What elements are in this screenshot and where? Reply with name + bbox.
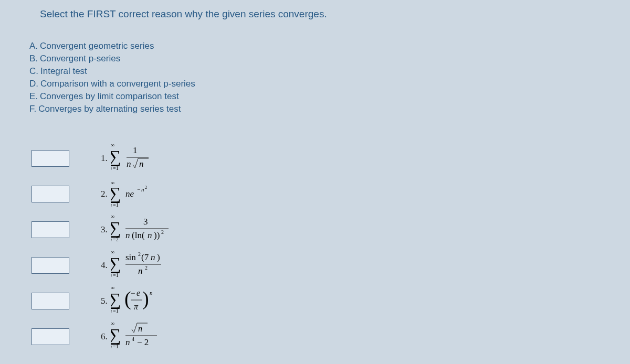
svg-text:=1: =1 <box>113 308 119 314</box>
answer-input-1[interactable] <box>32 150 69 167</box>
svg-text:n: n <box>111 272 112 278</box>
svg-text:−: − <box>137 186 140 192</box>
problem-expression: ∞ ∑ n=1 ne − n 2 <box>111 177 174 211</box>
svg-text:∑: ∑ <box>111 147 121 167</box>
answer-options: A.Convergent geometric series B.Converge… <box>29 41 195 116</box>
svg-text:=1: =1 <box>113 165 119 171</box>
option-letter: B. <box>29 53 38 64</box>
problem-number: 2. <box>101 189 108 199</box>
svg-text:∑: ∑ <box>111 254 121 274</box>
problem-number: 3. <box>101 224 108 235</box>
answer-input-3[interactable] <box>32 221 69 238</box>
svg-text:∑: ∑ <box>111 325 121 345</box>
option-letter: E. <box>29 91 38 102</box>
svg-text:(7: (7 <box>141 252 149 262</box>
svg-text:=2: =2 <box>113 237 119 242</box>
svg-text:ne: ne <box>125 189 134 199</box>
problem-expression: ∞ ∑ n=2 3 n (ln( n )) 2 <box>111 213 190 247</box>
svg-text:=1: =1 <box>113 344 119 349</box>
option-letter: A. <box>29 41 38 51</box>
svg-text:sin: sin <box>125 252 136 262</box>
svg-text:π: π <box>134 302 139 311</box>
svg-text:n: n <box>138 266 143 276</box>
option-text: Integral test <box>40 66 87 77</box>
problem-4: 4. ∞ ∑ n=1 sin 2 (7 n ) n 2 <box>32 248 190 283</box>
option-text: Convergent geometric series <box>40 41 154 51</box>
answer-input-6[interactable] <box>32 328 69 345</box>
svg-text:n: n <box>151 252 155 262</box>
svg-text:n: n <box>127 159 131 169</box>
svg-text:n: n <box>111 202 112 208</box>
problem-expression: ∞ ∑ n=1 sin 2 (7 n ) n 2 <box>111 249 184 282</box>
option-text: Comparison with a convergent p-series <box>40 79 195 89</box>
problem-number: 4. <box>101 260 108 271</box>
problem-number: 1. <box>101 153 108 164</box>
svg-text:n: n <box>138 324 142 333</box>
answer-input-4[interactable] <box>32 257 69 274</box>
svg-text:∑: ∑ <box>111 290 121 309</box>
problem-3: 3. ∞ ∑ n=2 3 n (ln( n )) 2 <box>32 212 190 248</box>
problem-5: 5. ∞ ∑ n=1 ( − e π ) n <box>32 283 190 319</box>
svg-text:n: n <box>111 344 112 349</box>
problem-expression: ∞ ∑ n=1 1 n n <box>111 142 169 175</box>
svg-text:)): )) <box>154 230 160 240</box>
svg-text:=1: =1 <box>113 272 119 278</box>
svg-text:2: 2 <box>145 185 147 190</box>
svg-text:∑: ∑ <box>111 218 121 238</box>
svg-text:n: n <box>139 159 144 169</box>
svg-text:n: n <box>111 165 112 171</box>
option-e: E.Converges by limit comparison test <box>29 91 195 102</box>
option-b: B.Convergent p-series <box>29 53 195 64</box>
svg-text:(ln(: (ln( <box>132 230 145 240</box>
svg-text:e: e <box>136 288 140 297</box>
svg-text:n: n <box>125 230 130 240</box>
svg-text:=1: =1 <box>113 202 119 208</box>
option-letter: C. <box>29 66 38 77</box>
option-text: Convergent p-series <box>40 53 120 64</box>
problem-expression: ∞ ∑ n=1 ( − e π ) n <box>111 284 179 318</box>
option-c: C.Integral test <box>29 66 195 77</box>
svg-text:∑: ∑ <box>111 184 121 204</box>
problem-number: 5. <box>101 296 108 306</box>
option-text: Converges by limit comparison test <box>40 91 179 102</box>
svg-text:n: n <box>111 237 112 242</box>
svg-text:n: n <box>125 337 130 347</box>
option-f: F.Converges by alternating series test <box>29 104 195 114</box>
problem-expression: ∞ ∑ n=1 n n 4 − 2 <box>111 320 179 354</box>
question-text: Select the FIRST correct reason why the … <box>40 8 327 20</box>
problem-6: 6. ∞ ∑ n=1 n n 4 − 2 <box>32 319 190 355</box>
svg-text:n: n <box>111 308 112 314</box>
svg-text:n: n <box>148 230 152 240</box>
svg-text:1: 1 <box>133 145 138 155</box>
option-a: A.Convergent geometric series <box>29 41 195 51</box>
option-text: Converges by alternating series test <box>38 104 181 114</box>
problems-list: 1. ∞ ∑ n=1 1 n n 2. ∞ ∑ n=1 ne <box>32 141 190 355</box>
option-letter: F. <box>29 104 36 114</box>
svg-text:− 2: − 2 <box>137 337 149 347</box>
svg-text:−: − <box>131 289 135 297</box>
answer-input-2[interactable] <box>32 186 69 202</box>
svg-text:): ) <box>142 287 149 310</box>
svg-text:): ) <box>157 252 160 262</box>
answer-input-5[interactable] <box>32 293 69 309</box>
svg-text:4: 4 <box>132 336 134 342</box>
svg-text:3: 3 <box>143 217 148 227</box>
svg-text:n: n <box>141 186 144 192</box>
option-letter: D. <box>29 79 38 89</box>
svg-text:n: n <box>150 290 153 296</box>
option-d: D.Comparison with a convergent p-series <box>29 79 195 89</box>
problem-1: 1. ∞ ∑ n=1 1 n n <box>32 141 190 176</box>
problem-number: 6. <box>101 331 108 342</box>
svg-text:2: 2 <box>145 265 148 271</box>
problem-2: 2. ∞ ∑ n=1 ne − n 2 <box>32 176 190 212</box>
svg-text:(: ( <box>124 287 131 310</box>
svg-text:2: 2 <box>161 229 164 235</box>
svg-text:2: 2 <box>138 251 141 257</box>
